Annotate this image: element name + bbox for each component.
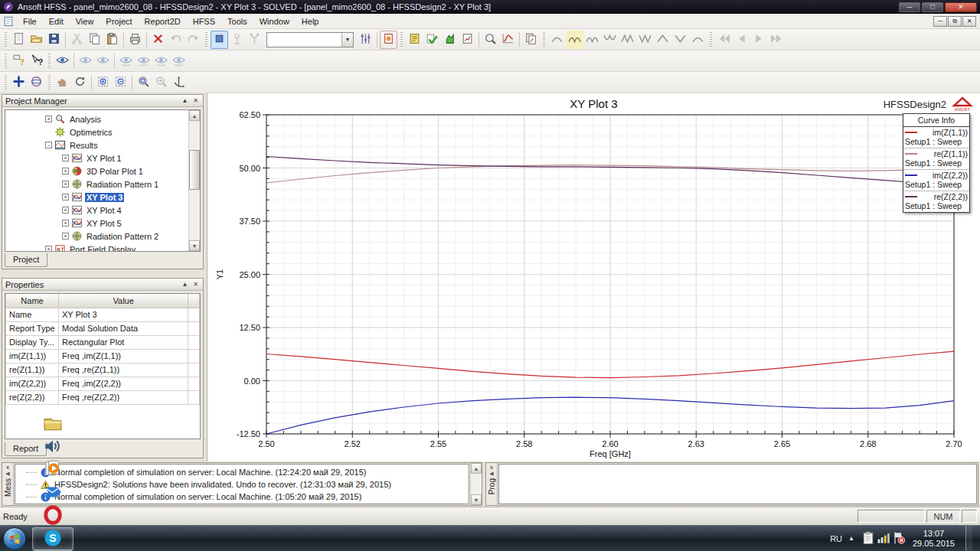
panel-collapse-icon[interactable]: ▲ [181, 96, 189, 105]
tree-item-3d-polar-plot-1[interactable]: +3D Polar Plot 1 [5, 165, 188, 178]
eye-button[interactable] [54, 52, 71, 70]
menu-hfss[interactable]: HFSS [187, 15, 221, 28]
tray-clipboard-icon[interactable] [861, 530, 876, 546]
validate-button[interactable] [423, 31, 441, 49]
combobox-dropdown-icon[interactable]: ▼ [341, 33, 353, 47]
message-row[interactable]: Normal completion of simulation on serve… [26, 466, 469, 478]
port-split-button[interactable] [246, 31, 263, 49]
close-button[interactable]: ✕ [945, 2, 977, 12]
wave5-button[interactable] [619, 31, 636, 49]
help-flag-button[interactable]: ? [10, 52, 28, 70]
wave6-button[interactable] [636, 31, 654, 49]
property-row[interactable]: im(Z(1,1))Freq ,im(Z(1,1)) [6, 349, 200, 363]
column-header-name[interactable]: Name [6, 294, 59, 308]
mdi-minimize-button[interactable]: ─ [933, 16, 947, 27]
paste-button[interactable] [103, 31, 121, 49]
legend-entry[interactable]: im(Z(1,1))Setup1 : Sweep [903, 127, 969, 148]
toolbar-handle[interactable] [5, 32, 7, 47]
menu-edit[interactable]: Edit [43, 15, 70, 28]
menu-file[interactable]: File [17, 15, 43, 28]
message-row[interactable]: Normal completion of simulation on serve… [26, 491, 469, 503]
mdi-restore-button[interactable]: ⧉ [948, 16, 962, 27]
toolbar-handle[interactable] [48, 75, 51, 90]
taskbar-explorer-button[interactable] [32, 412, 74, 435]
start-button[interactable] [3, 527, 26, 550]
panel-close-icon[interactable]: ✕ [191, 96, 200, 105]
toolbar-handle[interactable] [400, 32, 403, 47]
redo-button[interactable] [185, 31, 202, 49]
taskbar-player-button[interactable] [32, 458, 74, 481]
orbit1-button[interactable] [117, 52, 135, 70]
taskbar-volume-button[interactable] [32, 435, 74, 458]
orbit4-button[interactable] [170, 52, 188, 70]
model-doc-button[interactable] [406, 31, 423, 49]
menu-view[interactable]: View [70, 15, 100, 28]
legend-entry[interactable]: re(Z(2,2))Setup1 : Sweep [903, 191, 969, 212]
taskbar-mail-button[interactable] [32, 481, 74, 504]
property-value[interactable]: Freq ,re(Z(1,1)) [59, 363, 188, 377]
nav-last-button[interactable] [768, 31, 786, 49]
wave3-button[interactable] [583, 31, 601, 49]
property-row[interactable]: Report TypeModal Solution Data [6, 321, 200, 335]
menu-tools[interactable]: Tools [221, 15, 253, 28]
tree-item-xy-plot-1[interactable]: +XY Plot 1 [5, 152, 188, 165]
sweep-button[interactable] [357, 31, 374, 49]
zoom-area-button[interactable] [482, 31, 499, 49]
menu-window[interactable]: Window [253, 15, 296, 28]
panel-close-icon[interactable]: x [6, 464, 9, 471]
taskbar-opera-button[interactable] [32, 504, 74, 527]
property-row[interactable]: im(Z(2,2))Freq ,im(Z(2,2)) [6, 377, 200, 390]
menu-report2d[interactable]: Report2D [139, 15, 187, 28]
expand-toggle-icon[interactable]: + [45, 246, 52, 252]
toolbar-handle[interactable] [48, 54, 51, 69]
wave9-button[interactable] [689, 31, 707, 49]
taskbar-skype-button[interactable]: S [32, 527, 74, 550]
toolbar-handle[interactable] [5, 75, 7, 90]
language-indicator[interactable]: RU [830, 534, 842, 543]
orbit2-button[interactable] [135, 52, 152, 70]
wave7-button[interactable] [654, 31, 671, 49]
move3d-button[interactable] [10, 73, 28, 92]
zoom-in-button[interactable] [94, 73, 112, 92]
tree-item-results[interactable]: -Results [5, 139, 188, 152]
orbit3-button[interactable] [152, 52, 170, 70]
copy-image-button[interactable] [522, 31, 540, 49]
expand-toggle-icon[interactable]: + [62, 220, 69, 227]
tree-item-xy-plot-5[interactable]: +XY Plot 5 [5, 217, 188, 230]
print-button[interactable] [126, 31, 144, 49]
profile-button[interactable] [459, 31, 476, 49]
maximize-button[interactable]: □ [922, 2, 943, 12]
design-combobox[interactable]: ▼ [266, 32, 354, 47]
tree-item-radiation-pattern-2[interactable]: +Radiation Pattern 2 [5, 230, 188, 243]
property-value[interactable]: Rectangular Plot [59, 335, 188, 349]
scroll-up-arrow[interactable]: ▲ [189, 110, 200, 121]
axes-button[interactable] [170, 73, 188, 92]
expand-toggle-icon[interactable]: + [62, 168, 69, 174]
wave2-button[interactable] [566, 31, 583, 49]
panel-collapse-icon[interactable]: ▲ [181, 280, 189, 289]
wave8-button[interactable] [671, 31, 689, 49]
open-button[interactable] [28, 31, 45, 49]
expand-toggle-icon[interactable]: - [45, 142, 52, 148]
toolbar-handle[interactable] [205, 32, 207, 47]
panel-close-icon[interactable]: ✕ [191, 280, 200, 289]
expand-toggle-icon[interactable]: + [62, 181, 69, 187]
show-desktop-button[interactable] [965, 526, 972, 551]
property-value[interactable]: Freq ,im(Z(2,2)) [59, 377, 188, 390]
curve-info-legend[interactable]: Curve Info im(Z(1,1))Setup1 : Sweepre(Z(… [903, 113, 970, 213]
panel-close-icon[interactable]: x [490, 464, 493, 471]
menu-help[interactable]: Help [296, 15, 325, 28]
eye3-button[interactable] [94, 52, 112, 70]
tray-flag-icon[interactable] [891, 530, 906, 546]
zoom-fit-button[interactable] [152, 73, 170, 92]
property-value[interactable]: Freq ,re(Z(2,2)) [59, 390, 188, 404]
scroll-up-arrow[interactable]: ▲ [471, 463, 482, 474]
expand-toggle-icon[interactable]: + [62, 233, 69, 240]
property-row[interactable]: re(Z(1,1))Freq ,re(Z(1,1)) [6, 363, 200, 377]
menu-project[interactable]: Project [100, 15, 138, 28]
mdi-close-button[interactable]: ✕ [962, 16, 976, 27]
xy-plot-canvas[interactable]: 2.502.522.552.582.602.632.652.682.7062.5… [207, 93, 980, 461]
expand-toggle-icon[interactable]: + [62, 207, 69, 214]
scroll-down-arrow[interactable]: ▼ [189, 240, 200, 251]
analyze-button[interactable] [441, 31, 459, 49]
